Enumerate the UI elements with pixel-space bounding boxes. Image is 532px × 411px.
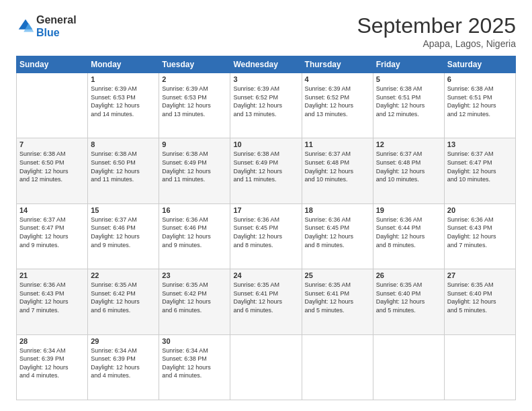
day-info-line: Daylight: 12 hours	[305, 102, 354, 109]
day-info-line: Sunset: 6:42 PM	[91, 290, 136, 297]
day-info-line: Sunset: 6:52 PM	[305, 94, 350, 101]
location-subtitle: Apapa, Lagos, Nigeria	[357, 38, 516, 49]
calendar-cell: 16Sunrise: 6:36 AMSunset: 6:46 PMDayligh…	[159, 203, 230, 269]
day-info-line: Daylight: 12 hours	[447, 233, 496, 240]
calendar-cell: 17Sunrise: 6:36 AMSunset: 6:45 PMDayligh…	[230, 203, 302, 269]
day-info: Sunrise: 6:36 AMSunset: 6:45 PMDaylight:…	[305, 216, 370, 249]
logo-icon	[16, 17, 35, 36]
day-number: 19	[376, 206, 441, 214]
day-info-line: Sunrise: 6:37 AM	[305, 150, 351, 157]
day-info-line: Sunrise: 6:35 AM	[91, 281, 137, 288]
day-info-line: and 5 minutes.	[305, 307, 345, 314]
calendar-cell	[302, 334, 373, 400]
day-info-line: Sunset: 6:39 PM	[91, 355, 136, 362]
month-title: September 2025	[357, 13, 516, 38]
col-thursday: Thursday	[302, 56, 373, 73]
day-info-line: and 6 minutes.	[233, 307, 273, 314]
logo-blue: Blue	[36, 27, 60, 38]
day-info: Sunrise: 6:38 AMSunset: 6:49 PMDaylight:…	[233, 150, 298, 183]
day-info-line: Daylight: 12 hours	[19, 298, 69, 305]
day-info-line: Sunrise: 6:38 AM	[162, 150, 208, 157]
calendar-week-2: 7Sunrise: 6:38 AMSunset: 6:50 PMDaylight…	[17, 138, 516, 203]
day-info-line: and 9 minutes.	[19, 242, 59, 248]
calendar-cell	[444, 334, 515, 400]
day-info: Sunrise: 6:37 AMSunset: 6:46 PMDaylight:…	[91, 216, 156, 249]
day-info-line: Sunrise: 6:35 AM	[447, 281, 494, 288]
day-info-line: and 4 minutes.	[162, 372, 202, 379]
day-info-line: and 5 minutes.	[376, 307, 416, 314]
day-info-line: Sunrise: 6:35 AM	[233, 281, 279, 288]
calendar-cell: 8Sunrise: 6:38 AMSunset: 6:50 PMDaylight…	[88, 138, 159, 203]
day-info-line: and 12 minutes.	[447, 111, 490, 118]
day-number: 15	[91, 206, 156, 214]
day-number: 16	[162, 206, 227, 214]
day-info-line: Daylight: 12 hours	[376, 102, 425, 109]
day-info: Sunrise: 6:37 AMSunset: 6:48 PMDaylight:…	[305, 150, 370, 183]
day-info-line: Sunset: 6:46 PM	[91, 224, 136, 231]
calendar-cell: 6Sunrise: 6:38 AMSunset: 6:51 PMDaylight…	[444, 73, 515, 138]
day-number: 3	[233, 75, 298, 83]
col-monday: Monday	[88, 56, 159, 73]
day-number: 1	[91, 75, 156, 83]
day-info: Sunrise: 6:35 AMSunset: 6:41 PMDaylight:…	[233, 281, 298, 314]
day-info-line: Sunrise: 6:36 AM	[19, 281, 66, 288]
day-info: Sunrise: 6:37 AMSunset: 6:47 PMDaylight:…	[19, 216, 85, 249]
day-info-line: Daylight: 12 hours	[19, 233, 69, 240]
day-info-line: and 9 minutes.	[91, 242, 130, 248]
day-info-line: Sunrise: 6:35 AM	[162, 281, 208, 288]
day-info-line: Sunset: 6:40 PM	[447, 290, 492, 297]
day-info-line: and 10 minutes.	[305, 176, 348, 183]
day-info-line: Daylight: 12 hours	[376, 233, 425, 240]
day-info-line: Sunrise: 6:38 AM	[19, 150, 66, 157]
day-info-line: Sunrise: 6:38 AM	[376, 85, 423, 92]
day-info-line: Sunrise: 6:39 AM	[233, 85, 279, 92]
day-info-line: Sunset: 6:48 PM	[305, 159, 350, 166]
day-info: Sunrise: 6:38 AMSunset: 6:51 PMDaylight:…	[447, 85, 513, 118]
day-info-line: Daylight: 12 hours	[162, 168, 211, 175]
day-info-line: Sunrise: 6:39 AM	[162, 85, 208, 92]
day-info: Sunrise: 6:38 AMSunset: 6:51 PMDaylight:…	[376, 85, 441, 118]
day-info-line: Daylight: 12 hours	[305, 168, 354, 175]
day-number: 28	[19, 337, 85, 345]
day-info: Sunrise: 6:35 AMSunset: 6:40 PMDaylight:…	[376, 281, 441, 314]
calendar-cell: 7Sunrise: 6:38 AMSunset: 6:50 PMDaylight…	[17, 138, 88, 203]
col-saturday: Saturday	[444, 56, 515, 73]
day-info: Sunrise: 6:35 AMSunset: 6:42 PMDaylight:…	[91, 281, 156, 314]
col-tuesday: Tuesday	[159, 56, 230, 73]
calendar-cell: 3Sunrise: 6:39 AMSunset: 6:52 PMDaylight…	[230, 73, 302, 138]
day-info: Sunrise: 6:34 AMSunset: 6:39 PMDaylight:…	[91, 347, 156, 380]
day-info: Sunrise: 6:39 AMSunset: 6:52 PMDaylight:…	[233, 85, 298, 118]
day-number: 10	[233, 140, 298, 148]
day-info-line: Daylight: 12 hours	[91, 233, 140, 240]
calendar-cell: 5Sunrise: 6:38 AMSunset: 6:51 PMDaylight…	[373, 73, 444, 138]
day-info: Sunrise: 6:38 AMSunset: 6:49 PMDaylight:…	[162, 150, 227, 183]
calendar-cell: 29Sunrise: 6:34 AMSunset: 6:39 PMDayligh…	[88, 334, 159, 400]
day-info-line: Daylight: 12 hours	[447, 168, 496, 175]
day-info-line: Sunset: 6:44 PM	[376, 224, 421, 231]
day-info-line: Daylight: 12 hours	[162, 364, 211, 371]
calendar-table: Sunday Monday Tuesday Wednesday Thursday…	[16, 56, 516, 400]
day-info-line: Sunrise: 6:36 AM	[376, 216, 423, 223]
day-info-line: Sunrise: 6:36 AM	[447, 216, 494, 223]
calendar-cell	[17, 73, 88, 138]
day-info-line: Sunrise: 6:35 AM	[305, 281, 351, 288]
calendar-cell: 13Sunrise: 6:37 AMSunset: 6:47 PMDayligh…	[444, 138, 515, 203]
day-number: 14	[19, 206, 85, 214]
day-info-line: Sunset: 6:49 PM	[162, 159, 207, 166]
day-info-line: Daylight: 12 hours	[91, 168, 140, 175]
day-info-line: Sunrise: 6:39 AM	[305, 85, 351, 92]
calendar-cell: 1Sunrise: 6:39 AMSunset: 6:53 PMDaylight…	[88, 73, 159, 138]
day-info-line: Daylight: 12 hours	[376, 168, 425, 175]
day-info-line: Sunset: 6:47 PM	[447, 159, 492, 166]
day-info-line: Sunrise: 6:36 AM	[233, 216, 279, 223]
day-info-line: and 10 minutes.	[447, 176, 490, 183]
day-info-line: Daylight: 12 hours	[376, 298, 425, 305]
calendar-cell: 12Sunrise: 6:37 AMSunset: 6:48 PMDayligh…	[373, 138, 444, 203]
calendar-cell: 24Sunrise: 6:35 AMSunset: 6:41 PMDayligh…	[230, 269, 302, 334]
day-info: Sunrise: 6:39 AMSunset: 6:53 PMDaylight:…	[91, 85, 156, 118]
day-info-line: and 11 minutes.	[233, 176, 276, 183]
calendar-cell: 20Sunrise: 6:36 AMSunset: 6:43 PMDayligh…	[444, 203, 515, 269]
day-number: 20	[447, 206, 513, 214]
calendar-cell: 18Sunrise: 6:36 AMSunset: 6:45 PMDayligh…	[302, 203, 373, 269]
day-number: 13	[447, 140, 513, 148]
